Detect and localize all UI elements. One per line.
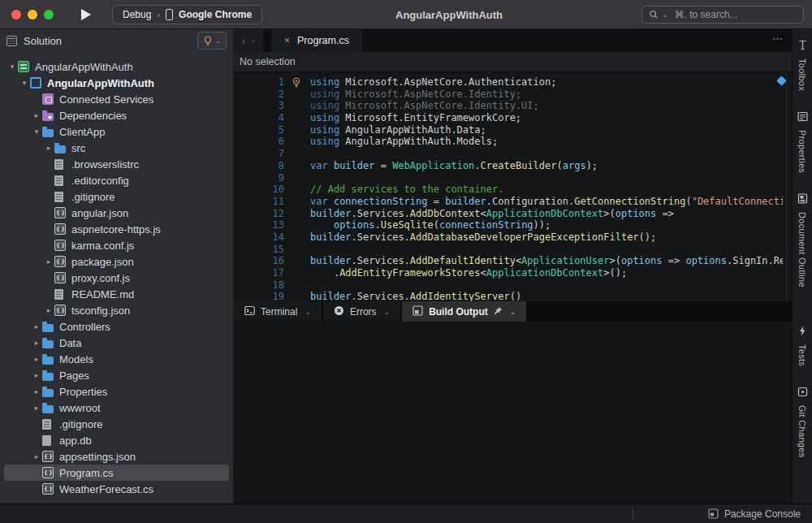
close-window-button[interactable] (11, 10, 21, 19)
tree-item-controllers[interactable]: ▸Controllers (4, 318, 229, 335)
chevron-collapsed-icon[interactable]: ▸ (31, 371, 42, 379)
navigate-back-button[interactable]: ‹ (242, 36, 245, 45)
tree-item-models[interactable]: ▸Models (4, 351, 229, 367)
breadcrumb[interactable]: No selection (234, 52, 792, 72)
bottom-tab-terminal[interactable]: Terminal⌄ (234, 301, 322, 322)
close-tab-icon[interactable]: × (284, 35, 290, 46)
statusbar: Package Console (0, 504, 812, 523)
code-line-14[interactable]: 14builder.Services.AddDatabaseDeveloperP… (234, 231, 783, 244)
code-line-2[interactable]: 2using Microsoft.AspNetCore.Identity; (234, 89, 783, 101)
editor-options-icon[interactable]: ⋯ (772, 32, 784, 45)
code-line-10[interactable]: 10// Add services to the container. (234, 184, 783, 196)
code-line-7[interactable]: 7 (234, 148, 783, 160)
tree-item-wwwroot[interactable]: ▸wwwroot (4, 400, 229, 416)
run-button[interactable] (81, 9, 91, 20)
pin-icon[interactable] (494, 306, 503, 318)
solution-filter-button[interactable]: ⌄ (197, 32, 227, 50)
code-token: builder (310, 291, 352, 301)
code-token: connectionString (439, 219, 533, 231)
chevron-expanded-icon[interactable]: ▾ (31, 128, 42, 136)
search-input[interactable]: ⌄ ⌘. to search... (641, 6, 804, 24)
code-line-18[interactable]: 18 (234, 279, 783, 292)
bottom-tab-build-output[interactable]: Build Output⌄ (402, 301, 526, 322)
code-line-6[interactable]: 6using AngularAppWithAuth.Models; (234, 136, 783, 148)
code-editor[interactable]: 1using Microsoft.AspNetCore.Authenticati… (234, 72, 792, 301)
tree-item-editorconfig[interactable]: .editorconfig (4, 172, 229, 188)
tree-item-readme-md[interactable]: README.md (4, 286, 229, 302)
build-output-content[interactable] (234, 322, 792, 504)
code-token: AngularAppWithAuth.Models; (339, 136, 498, 147)
chevron-collapsed-icon[interactable]: ▸ (31, 404, 42, 412)
tree-item-proxy-conf-js[interactable]: proxy.conf.js (4, 270, 229, 286)
tree-item-app-db[interactable]: app.db (4, 432, 229, 448)
chevron-collapsed-icon[interactable]: ▸ (31, 387, 42, 395)
package-console-button[interactable]: Package Console (708, 508, 801, 520)
tree-item-package-json[interactable]: ▸package.json (4, 253, 229, 270)
quick-fix-bulb-icon[interactable] (292, 77, 301, 88)
code-line-15[interactable]: 15 (234, 244, 783, 256)
side-tab-properties[interactable]: Properties (797, 110, 808, 173)
tree-item-angularappwithauth[interactable]: ▾AngularAppWithAuth (4, 75, 229, 91)
editor-scroll-indicator[interactable] (786, 72, 787, 301)
tree-item-connected-services[interactable]: Connected Services (4, 91, 229, 107)
chevron-collapsed-icon[interactable]: ▸ (31, 452, 42, 460)
side-tab-document-outline[interactable]: Document Outline (797, 192, 808, 287)
chevron-down-icon[interactable]: ⌄ (304, 308, 311, 316)
tree-item-src[interactable]: ▸src (4, 140, 229, 156)
chevron-collapsed-icon[interactable]: ▸ (43, 257, 54, 266)
code-line-13[interactable]: 13 options.UseSqlite(connectionString)); (234, 219, 783, 231)
code-token: options (621, 255, 663, 266)
navigate-forward-button[interactable]: › (252, 36, 255, 45)
code-line-19[interactable]: 19builder.Services.AddIdentityServer() (234, 291, 783, 301)
braces-icon (54, 207, 66, 218)
tree-item-label: ClientApp (59, 126, 105, 138)
tree-item-karma-conf-js[interactable]: karma.conf.js (4, 237, 229, 253)
breadcrumb-label: No selection (240, 56, 296, 67)
code-line-8[interactable]: 8var builder = WebApplication.CreateBuil… (234, 160, 783, 172)
tree-item-properties[interactable]: ▸Properties (4, 383, 229, 400)
chevron-collapsed-icon[interactable]: ▸ (43, 144, 54, 152)
code-line-3[interactable]: 3using Microsoft.AspNetCore.Identity.UI; (234, 100, 783, 112)
chevron-collapsed-icon[interactable]: ▸ (43, 306, 54, 314)
chevron-collapsed-icon[interactable]: ▸ (31, 355, 42, 363)
tree-item-data[interactable]: ▸Data (4, 335, 229, 351)
tree-item-angularappwithauth[interactable]: ▾AngularAppWithAuth (4, 58, 229, 75)
chevron-expanded-icon[interactable]: ▾ (6, 63, 18, 71)
chevron-collapsed-icon[interactable]: ▸ (31, 322, 42, 331)
chevron-expanded-icon[interactable]: ▾ (19, 79, 30, 87)
code-line-16[interactable]: 16builder.Services.AddDefaultIdentity<Ap… (234, 255, 783, 267)
zoom-window-button[interactable] (44, 10, 54, 19)
chevron-down-icon[interactable]: ⌄ (384, 308, 391, 316)
code-line-12[interactable]: 12builder.Services.AddDbContext<Applicat… (234, 208, 783, 220)
tree-item-program-cs[interactable]: Program.cs (4, 465, 229, 481)
tree-item-weatherforecast-cs[interactable]: WeatherForecast.cs (4, 481, 229, 497)
code-line-1[interactable]: 1using Microsoft.AspNetCore.Authenticati… (234, 76, 783, 89)
tree-item-pages[interactable]: ▸Pages (4, 367, 229, 383)
bottom-tab-errors[interactable]: Errors⌄ (323, 301, 400, 322)
code-line-9[interactable]: 9 (234, 172, 783, 184)
tree-item-gitignore[interactable]: .gitignore (4, 416, 229, 432)
tree-item-aspnetcore-https-js[interactable]: aspnetcore-https.js (4, 221, 229, 237)
run-configuration-selector[interactable]: Debug › Google Chrome (112, 5, 262, 24)
chevron-collapsed-icon[interactable]: ▸ (31, 111, 42, 119)
code-token: () (510, 291, 521, 301)
tree-item-angular-json[interactable]: angular.json (4, 205, 229, 221)
chevron-collapsed-icon[interactable]: ▸ (31, 339, 42, 347)
code-line-4[interactable]: 4using Microsoft.EntityFrameworkCore; (234, 112, 783, 124)
side-tab-git-changes[interactable]: Git Changes (797, 386, 808, 457)
code-line-17[interactable]: 17 .AddEntityFrameworkStores<Application… (234, 267, 783, 279)
code-token: Microsoft.AspNetCore.Authentication; (339, 76, 556, 88)
tree-item-dependencies[interactable]: ▸Dependencies (4, 107, 229, 123)
side-tab-toolbox[interactable]: Toolbox (797, 39, 808, 91)
code-line-11[interactable]: 11var connectionString = builder.Configu… (234, 196, 783, 208)
tree-item-gitignore[interactable]: .gitignore (4, 188, 229, 205)
tab-program-cs[interactable]: × Program.cs (271, 29, 362, 52)
side-tab-tests[interactable]: Tests (797, 325, 808, 366)
code-line-5[interactable]: 5using AngularAppWithAuth.Data; (234, 124, 783, 136)
chevron-down-icon[interactable]: ⌄ (510, 308, 516, 316)
minimize-window-button[interactable] (28, 10, 37, 19)
tree-item-appsettings-json[interactable]: ▸appsettings.json (4, 448, 229, 465)
tree-item-tsconfig-json[interactable]: ▸tsconfig.json (4, 302, 229, 318)
tree-item-clientapp[interactable]: ▾ClientApp (4, 123, 229, 140)
tree-item-browserslistrc[interactable]: .browserslistrc (4, 156, 229, 172)
